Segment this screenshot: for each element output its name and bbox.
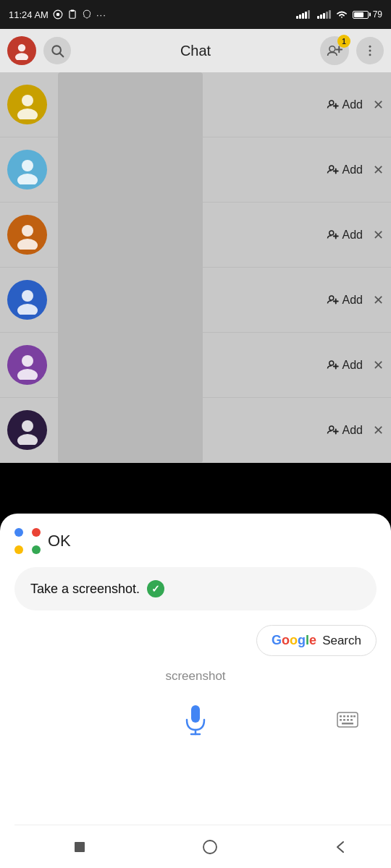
battery-percent: 79 [373,9,382,20]
svg-rect-58 [75,842,85,852]
svg-point-31 [329,296,333,300]
chat-list: Add ✕ Add ✕ Add ✕ [0,72,391,463]
status-left: 11:24 AM ··· [9,9,106,20]
svg-point-20 [17,174,38,184]
self-avatar[interactable] [7,36,36,65]
snapchat-icon [82,9,92,20]
svg-point-21 [329,166,333,170]
dot-blue [14,528,23,537]
svg-point-39 [22,420,33,432]
remove-button-3[interactable]: ✕ [373,227,384,243]
add-button-5[interactable]: Add [327,359,363,372]
svg-rect-51 [350,715,353,718]
nav-bar [14,825,391,868]
svg-rect-3 [71,10,75,12]
add-button-2[interactable]: Add [327,163,363,176]
search-button-label: Search [322,634,361,648]
svg-point-14 [22,95,33,106]
notification-badge: 1 [337,35,350,48]
command-box: Take a screenshot. [14,567,377,610]
svg-rect-52 [353,715,356,718]
user-avatar-6 [7,410,47,450]
battery-icon [353,11,369,19]
remove-button-4[interactable]: ✕ [373,292,384,308]
home-button[interactable] [194,831,226,863]
transcript-text: screenshot [14,669,377,684]
dot-green [32,545,41,554]
svg-point-26 [329,231,333,235]
svg-point-12 [369,50,371,52]
svg-point-41 [329,426,333,430]
dot-yellow [14,545,23,554]
mic-container [58,699,333,740]
svg-point-29 [22,290,33,302]
google-search-button[interactable]: Google Search [256,625,377,656]
svg-point-4 [18,44,25,51]
svg-rect-55 [347,719,349,721]
search-button[interactable] [43,37,71,64]
chat-actions-5: Add ✕ [327,357,384,373]
svg-rect-49 [343,715,345,718]
svg-point-35 [17,369,38,380]
google-dots-logo [14,528,41,554]
svg-point-5 [15,53,28,60]
svg-rect-56 [350,719,353,721]
svg-rect-57 [342,723,353,725]
stop-button[interactable] [64,831,96,863]
svg-line-7 [60,54,64,57]
remove-button-6[interactable]: ✕ [373,422,384,438]
battery-fill [354,12,364,17]
remove-button-1[interactable]: ✕ [373,97,384,113]
svg-point-11 [369,46,371,48]
command-text: Take a screenshot. [30,582,140,597]
g-logo: Google [272,633,316,648]
svg-point-34 [22,355,33,367]
user-avatar-5 [7,345,47,385]
add-button-4[interactable]: Add [327,294,363,307]
add-button-1[interactable]: Add [327,98,363,111]
remove-button-5[interactable]: ✕ [373,357,384,373]
add-friend-button[interactable]: 1 [320,36,349,65]
dots-icon: ··· [96,9,106,20]
svg-point-16 [329,101,333,105]
svg-point-59 [203,841,216,854]
status-bar: 11:24 AM ··· 79 [0,0,391,29]
time-display: 11:24 AM [9,9,49,20]
svg-point-1 [56,13,60,17]
chat-header: Chat 1 [0,29,391,72]
user-avatar-1 [7,85,47,124]
dot-red [32,528,41,537]
assistant-header: OK [14,528,377,554]
add-button-6[interactable]: Add [327,424,363,437]
svg-rect-53 [340,719,342,721]
chat-actions-2: Add ✕ [327,162,384,178]
svg-point-36 [329,361,333,365]
remove-button-2[interactable]: ✕ [373,162,384,178]
mic-button[interactable] [175,699,216,740]
chat-actions-4: Add ✕ [327,292,384,308]
svg-point-19 [22,160,33,171]
ok-text: OK [48,532,71,550]
signal-bars-1 [296,10,310,19]
keyboard-button[interactable] [333,705,362,734]
wifi-icon [335,9,348,20]
search-button-row: Google Search [14,625,377,656]
screen-record-icon [53,9,63,20]
svg-point-40 [17,434,38,445]
content-overlay [58,72,203,463]
svg-point-30 [17,304,38,315]
svg-point-24 [22,225,33,237]
page-title: Chat [78,43,313,59]
user-avatar-4 [7,280,47,320]
more-options-button[interactable] [356,37,384,64]
svg-rect-48 [340,715,342,718]
back-button[interactable] [324,831,356,863]
bottom-controls [14,699,377,740]
svg-point-15 [17,109,38,119]
user-avatar-2 [7,150,47,190]
svg-point-13 [369,54,371,56]
chat-actions-1: Add ✕ [327,97,384,113]
svg-point-25 [17,239,38,250]
add-button-3[interactable]: Add [327,229,363,242]
chat-actions-3: Add ✕ [327,227,384,243]
